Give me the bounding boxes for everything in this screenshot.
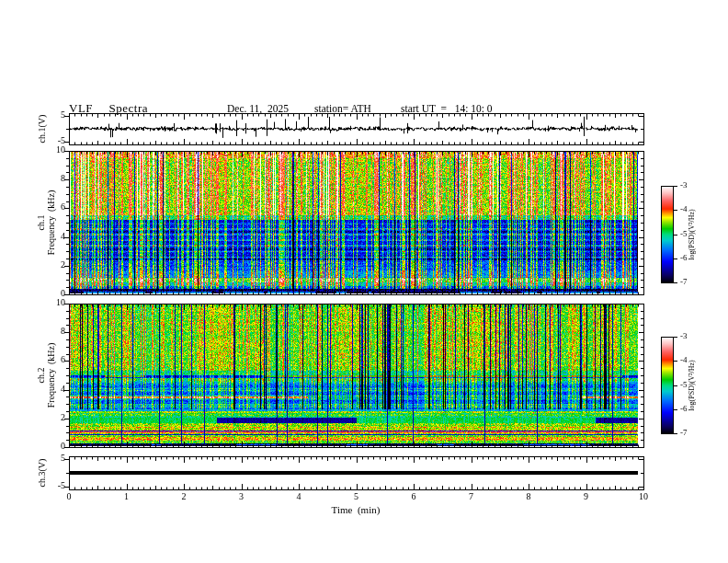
figure-start-time: start UT = 14: 10: 0 <box>401 104 493 115</box>
ch2-freq-tick-label: 0 <box>40 442 65 451</box>
colorbar2-tick-label: -6 <box>680 405 688 413</box>
colorbar2-tick-label: -7 <box>680 429 688 437</box>
ch1-spectrogram-ylabel: ch.1Frequency (kHz) <box>36 190 56 256</box>
vlf-spectra-figure: VLF Spectra Dec. 11, 2025 station= ATH s… <box>0 0 728 563</box>
ch2-freq-tick-label: 6 <box>40 355 65 364</box>
ch1-waveform-volt-tick-label: -5 <box>40 136 65 145</box>
ch2-label-line1: ch.2 <box>36 343 46 408</box>
ch2-spectrogram-ylabel: ch.2Frequency (kHz) <box>36 343 56 408</box>
colorbar2-tick-label: -5 <box>680 381 688 389</box>
ch1-label-line1: ch.1 <box>36 190 46 256</box>
ch1-freq-tick-label: 8 <box>40 174 65 183</box>
x-tick-label: 1 <box>113 492 141 501</box>
figure-station: station= ATH <box>314 104 371 115</box>
ch1-freq-tick-label: 6 <box>40 202 65 212</box>
ch2-freq-tick-label: 4 <box>40 385 65 394</box>
ch1-waveform-volt-tick-label: 5 <box>40 110 65 120</box>
x-tick-label: 10 <box>630 492 657 501</box>
plot-canvas <box>0 0 728 563</box>
x-tick-label: 0 <box>55 492 83 501</box>
x-tick-label: 8 <box>515 492 542 501</box>
colorbar2-tick-label: -4 <box>680 356 688 364</box>
ch2-freq-tick-label: 10 <box>40 298 65 307</box>
colorbar2-label: log(PSD)(V²/Hz) <box>688 360 696 410</box>
ch3-waveform-volt-tick-label: -5 <box>40 481 65 490</box>
x-tick-label: 7 <box>458 492 485 501</box>
ch2-freq-tick-label: 2 <box>40 413 65 422</box>
colorbar1-tick-label: -3 <box>680 181 688 190</box>
ch1-freq-tick-label: 4 <box>40 232 65 241</box>
figure-title: VLF Spectra <box>69 102 148 114</box>
x-tick-label: 4 <box>285 492 313 501</box>
x-tick-label: 2 <box>170 492 198 501</box>
colorbar1-tick-label: -5 <box>680 230 688 238</box>
colorbar1-tick-label: -6 <box>680 254 688 262</box>
x-axis-title: Time (min) <box>332 505 381 515</box>
ch2-label-line2: Frequency (kHz) <box>46 343 56 408</box>
ch1-label-line2: Frequency (kHz) <box>46 190 56 256</box>
x-tick-label: 3 <box>228 492 256 501</box>
x-tick-label: 5 <box>343 492 370 501</box>
colorbar2-tick-label: -3 <box>680 332 688 340</box>
ch2-freq-tick-label: 8 <box>40 327 65 336</box>
ch1-freq-tick-label: 2 <box>40 260 65 270</box>
ch1-freq-tick-label: 10 <box>40 145 65 155</box>
figure-date: Dec. 11, 2025 <box>227 104 289 115</box>
x-tick-label: 9 <box>573 492 600 501</box>
colorbar1-tick-label: -4 <box>680 205 688 213</box>
colorbar1-label: log(PSD)(V²/Hz) <box>688 209 696 259</box>
ch3-waveform-volt-tick-label: 5 <box>40 454 65 463</box>
colorbar1-tick-label: -7 <box>680 278 688 286</box>
x-tick-label: 6 <box>400 492 427 501</box>
